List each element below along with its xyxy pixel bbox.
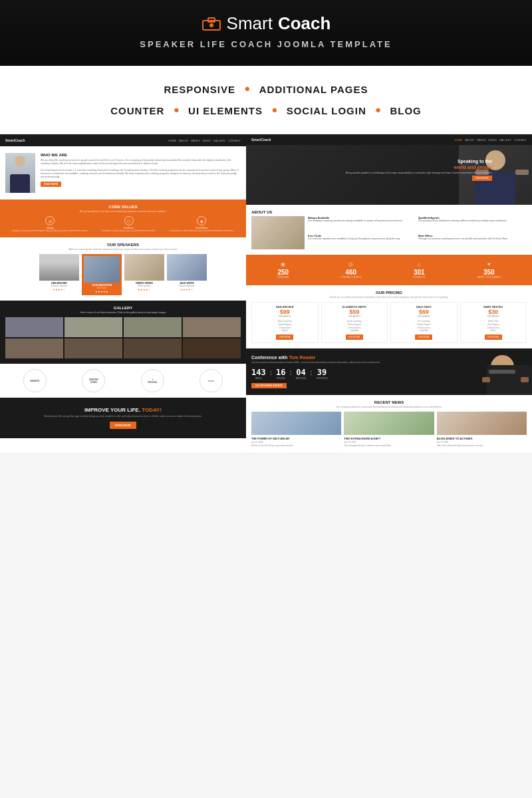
plan-mary-btn[interactable]: OUR DETAIL [485, 334, 502, 340]
plan-eliz-btn[interactable]: OUR DETAIL [346, 334, 363, 340]
hero-view-btn[interactable]: VIEW MORE [472, 176, 492, 181]
cta-title: Improve Your Life. Today! [5, 407, 241, 413]
about-features: Always Available Our dedicated coaching … [308, 216, 527, 249]
nav-contact[interactable]: CONTACT [228, 139, 241, 142]
seconds-label: SECOND(S) [317, 377, 328, 380]
nav-home[interactable]: HOME [168, 139, 176, 142]
left-logo: SmartCoach [5, 138, 25, 142]
nav-pages[interactable]: PAGES [191, 139, 200, 142]
plan-mary: MARY REEVES $30 PER MONTH Starter PlanCh… [460, 302, 527, 343]
hours-label: HOUR(S) [276, 377, 285, 380]
conf-title-white: Conference with [251, 355, 287, 360]
header-subtitle: SPEAKER LIFE COACH JOOMLA TEMPLATE [0, 39, 532, 49]
seconds-num: 39 [317, 368, 328, 377]
hero-body-1: We providing life coaching services for … [41, 159, 241, 166]
news-date-3: Jun 15, 2018 [437, 441, 527, 444]
hero-title-white: Speaking to the [458, 159, 492, 164]
clients-icon: ◎ [341, 261, 361, 267]
ethics-desc: Commitment to ethical behavior and profe… [170, 229, 234, 232]
conf-events-btn[interactable]: GO UPCOMING EVENTS [251, 383, 287, 388]
speaker-jack-role: Keynote Speaker [167, 285, 207, 287]
plan-dan-period: PER MONTH [255, 315, 315, 318]
core-values-icons: ◎ Integrity Integrity is a key personal … [5, 216, 241, 232]
cta-open-btn[interactable]: OPEN MORE [110, 422, 136, 429]
about-feat-2: Qualified Agents Our products of the ded… [418, 216, 527, 232]
news-title-1: THE POWER OF SELF-BELIEF [251, 437, 341, 440]
news-title-2: TWO EXTRA HOURS A DAY? [344, 437, 434, 440]
days-label: DAY(S) [251, 377, 266, 380]
speaker-john-stars: ★★★★★ [84, 290, 120, 293]
rnav-gallery[interactable]: GALLERY [499, 138, 511, 142]
left-nav: HOME ABOUT PAGES NEWS GALLERY CONTACT [168, 139, 241, 142]
rnav-home[interactable]: HOME [454, 138, 462, 142]
happy-num: 350 [477, 269, 501, 276]
plan-dale-btn[interactable]: OUR DETAIL [415, 334, 432, 340]
projects-num: 301 [413, 269, 426, 276]
rnav-news[interactable]: NEWS [489, 138, 497, 142]
speaker-john-img [84, 256, 120, 283]
hero-text: WHO WE ARE We providing life coaching se… [41, 153, 241, 187]
hero-person-image [5, 153, 35, 193]
sep-3: : [310, 369, 312, 376]
hero-title-orange: world and people [454, 165, 492, 170]
who-we-are-title: WHO WE ARE [41, 153, 241, 157]
pricing-grid: DAN ARCHER $99 PER MONTH Basic CoachingE… [251, 302, 527, 343]
badge-samwise: SAMWISE [23, 369, 47, 392]
speaker-john-role: Life Coach [84, 287, 120, 289]
feature-social: SOCIAL LOGIN [287, 105, 366, 116]
coaches-label: Coaches [277, 276, 289, 279]
plan-dan-btn[interactable]: OUR DETAIL [276, 334, 293, 340]
gallery-item-2 [65, 317, 122, 337]
dot-1: • [245, 80, 250, 98]
speaker-derek: DEREK GREEN Sales Speaker ★★★★☆ [124, 254, 164, 295]
core-values-sub: We get people first, and have our outsta… [5, 210, 241, 213]
speakers-title: OUR SPEAKERS [5, 243, 241, 247]
cta-today: Today! [142, 407, 162, 413]
feature-ui: UI ELEMENTS [188, 105, 263, 116]
plan-dan-features: Basic CoachingEmail Support1 Session/moR… [255, 320, 315, 332]
speaker-dan: DAN ARCHER Business Speaker ★★★★☆ [39, 254, 79, 295]
speakers-section: OUR SPEAKERS Meet our most popular, fant… [0, 237, 246, 301]
about-section: ABOUT US Always Available Our dedicated … [246, 205, 532, 255]
about-content: Always Available Our dedicated coaching … [251, 216, 527, 249]
nav-about[interactable]: ABOUT [179, 139, 188, 142]
speaker-dan-stars: ★★★★☆ [39, 288, 79, 291]
hours-num: 16 [276, 368, 285, 377]
stat-projects: ⌂ 301 Projects [413, 261, 426, 279]
plan-dan-price: $99 [255, 309, 315, 315]
badge-original: ✦ORIGINAL [141, 369, 164, 392]
pricing-subtitle: Check out our professional team of speak… [251, 296, 527, 299]
nav-gallery[interactable]: GALLERY [213, 139, 225, 142]
rnav-about[interactable]: ABOUT [465, 138, 474, 142]
plan-eliz-features: Group CoachingPhone Support2 Sessions/mo… [325, 320, 385, 332]
feature-responsive: RESPONSIVE [164, 84, 235, 95]
logo-smart: Smart [227, 13, 273, 34]
value-ethics: ◈ Virtues/Ethics Commitment to ethical b… [170, 216, 234, 232]
projects-icon: ⌂ [413, 261, 426, 267]
speaker-derek-img [124, 254, 164, 281]
rnav-contact[interactable]: CONTACT [514, 138, 527, 142]
preview-left: SmartCoach HOME ABOUT PAGES NEWS GALLERY… [0, 134, 246, 453]
gallery-subtitle: Here's some of our finest moments. Click… [5, 311, 241, 314]
gallery-title: GALLERY [5, 306, 241, 310]
plan-dale-period: PER MONTH [394, 315, 454, 318]
clients-label: Typical Clients [341, 276, 361, 279]
feat-1-desc: Our dedicated coaching mentors are alway… [308, 219, 403, 222]
happy-icon: ♥ [477, 261, 501, 267]
ethics-icon: ◈ [197, 216, 206, 225]
speaker-dan-role: Business Speaker [39, 285, 79, 287]
core-values-title: CORE VALUES [5, 205, 241, 209]
rnav-pages[interactable]: PAGES [477, 138, 486, 142]
plan-mary-price: $30 [464, 309, 524, 315]
gallery-item-7 [124, 338, 182, 358]
right-nav: HOME ABOUT PAGES NEWS GALLERY CONTACT [454, 138, 527, 142]
plan-dale-features: Pro CoachingPriority Support4 Sessions/m… [394, 320, 454, 332]
days-num: 143 [251, 368, 266, 377]
cta-subtitle: Sometimes in life, we get the urge to sh… [5, 415, 241, 418]
nav-news[interactable]: NEWS [203, 139, 211, 142]
coaches-num: 250 [277, 269, 289, 276]
core-values-section: CORE VALUES We get people first, and hav… [0, 200, 246, 237]
read-more-btn[interactable]: READ MORE [41, 182, 61, 187]
previews-container: SmartCoach HOME ABOUT PAGES NEWS GALLERY… [0, 134, 532, 453]
hero-title: Speaking to the world and people [346, 158, 492, 170]
